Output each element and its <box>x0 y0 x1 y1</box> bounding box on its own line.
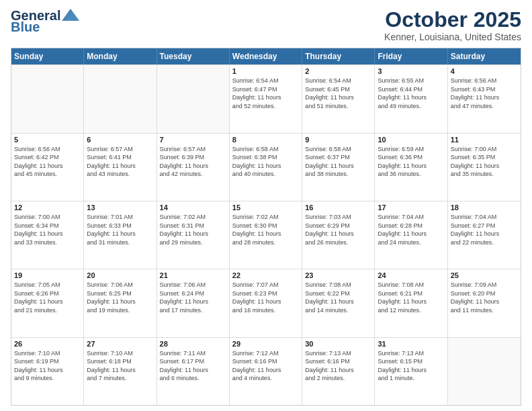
day-info-7: Sunrise: 6:57 AM Sunset: 6:39 PM Dayligh… <box>160 145 226 179</box>
calendar-row-0: 1Sunrise: 6:54 AM Sunset: 6:47 PM Daylig… <box>11 64 521 132</box>
day-info-5: Sunrise: 6:56 AM Sunset: 6:42 PM Dayligh… <box>14 145 81 179</box>
day-number-12: 12 <box>14 203 81 212</box>
day-number-30: 30 <box>305 340 371 348</box>
day-cell-9: 9Sunrise: 6:58 AM Sunset: 6:37 PM Daylig… <box>302 134 375 201</box>
header-tuesday: Tuesday <box>157 48 230 64</box>
logo-icon <box>62 9 79 21</box>
day-cell-16: 16Sunrise: 7:03 AM Sunset: 6:29 PM Dayli… <box>302 201 375 269</box>
calendar-body: 1Sunrise: 6:54 AM Sunset: 6:47 PM Daylig… <box>11 64 521 405</box>
day-number-18: 18 <box>451 203 518 212</box>
day-number-6: 6 <box>87 136 153 144</box>
day-info-6: Sunrise: 6:57 AM Sunset: 6:41 PM Dayligh… <box>87 145 153 179</box>
calendar-header: Sunday Monday Tuesday Wednesday Thursday… <box>11 48 521 64</box>
logo-blue-text: Blue <box>11 19 40 35</box>
day-cell-8: 8Sunrise: 6:58 AM Sunset: 6:38 PM Daylig… <box>230 134 302 201</box>
day-info-26: Sunrise: 7:10 AM Sunset: 6:19 PM Dayligh… <box>14 349 81 383</box>
day-number-3: 3 <box>378 67 444 75</box>
day-cell-30: 30Sunrise: 7:13 AM Sunset: 6:16 PM Dayli… <box>302 338 375 405</box>
day-number-13: 13 <box>87 203 153 212</box>
day-info-27: Sunrise: 7:10 AM Sunset: 6:18 PM Dayligh… <box>87 349 153 383</box>
calendar-row-1: 5Sunrise: 6:56 AM Sunset: 6:42 PM Daylig… <box>11 133 521 201</box>
day-info-1: Sunrise: 6:54 AM Sunset: 6:47 PM Dayligh… <box>232 77 299 110</box>
header-saturday: Saturday <box>448 48 521 64</box>
day-cell-15: 15Sunrise: 7:02 AM Sunset: 6:30 PM Dayli… <box>230 201 302 269</box>
calendar-title: October 2025 <box>384 8 521 32</box>
day-cell-6: 6Sunrise: 6:57 AM Sunset: 6:41 PM Daylig… <box>84 134 157 201</box>
day-info-25: Sunrise: 7:09 AM Sunset: 6:20 PM Dayligh… <box>451 281 518 314</box>
day-cell-31: 31Sunrise: 7:13 AM Sunset: 6:15 PM Dayli… <box>375 338 447 405</box>
day-number-26: 26 <box>14 340 81 348</box>
day-number-14: 14 <box>160 203 226 212</box>
day-cell-21: 21Sunrise: 7:06 AM Sunset: 6:24 PM Dayli… <box>157 269 230 336</box>
day-cell-19: 19Sunrise: 7:05 AM Sunset: 6:26 PM Dayli… <box>11 269 84 336</box>
logo: General Blue <box>11 8 79 35</box>
day-number-22: 22 <box>232 271 299 279</box>
title-block: October 2025 Kenner, Louisiana, United S… <box>384 8 521 42</box>
day-number-31: 31 <box>378 340 444 348</box>
day-number-2: 2 <box>305 67 371 75</box>
day-cell-12: 12Sunrise: 7:00 AM Sunset: 6:34 PM Dayli… <box>11 201 84 269</box>
empty-cell <box>11 65 84 132</box>
day-cell-4: 4Sunrise: 6:56 AM Sunset: 6:43 PM Daylig… <box>448 65 521 132</box>
day-info-17: Sunrise: 7:04 AM Sunset: 6:28 PM Dayligh… <box>378 213 444 246</box>
day-info-13: Sunrise: 7:01 AM Sunset: 6:33 PM Dayligh… <box>87 213 153 246</box>
day-info-31: Sunrise: 7:13 AM Sunset: 6:15 PM Dayligh… <box>378 349 444 383</box>
day-info-22: Sunrise: 7:07 AM Sunset: 6:23 PM Dayligh… <box>232 281 299 314</box>
day-number-9: 9 <box>305 136 371 144</box>
day-number-29: 29 <box>232 340 299 348</box>
day-cell-20: 20Sunrise: 7:06 AM Sunset: 6:25 PM Dayli… <box>84 269 157 336</box>
day-cell-23: 23Sunrise: 7:08 AM Sunset: 6:22 PM Dayli… <box>302 269 375 336</box>
day-cell-18: 18Sunrise: 7:04 AM Sunset: 6:27 PM Dayli… <box>448 201 521 269</box>
day-number-24: 24 <box>378 271 444 279</box>
day-number-8: 8 <box>232 136 299 144</box>
day-number-1: 1 <box>232 67 299 75</box>
day-number-17: 17 <box>378 203 444 212</box>
calendar-row-2: 12Sunrise: 7:00 AM Sunset: 6:34 PM Dayli… <box>11 201 521 269</box>
day-number-21: 21 <box>160 271 226 279</box>
day-number-7: 7 <box>160 136 226 144</box>
day-number-5: 5 <box>14 136 81 144</box>
day-number-25: 25 <box>451 271 518 279</box>
day-number-27: 27 <box>87 340 153 348</box>
day-number-4: 4 <box>451 67 518 75</box>
day-info-10: Sunrise: 6:59 AM Sunset: 6:36 PM Dayligh… <box>378 145 444 179</box>
day-number-23: 23 <box>305 271 371 279</box>
day-info-12: Sunrise: 7:00 AM Sunset: 6:34 PM Dayligh… <box>14 213 81 246</box>
day-cell-14: 14Sunrise: 7:02 AM Sunset: 6:31 PM Dayli… <box>157 201 230 269</box>
day-info-15: Sunrise: 7:02 AM Sunset: 6:30 PM Dayligh… <box>232 213 299 246</box>
day-info-24: Sunrise: 7:08 AM Sunset: 6:21 PM Dayligh… <box>378 281 444 314</box>
day-cell-24: 24Sunrise: 7:08 AM Sunset: 6:21 PM Dayli… <box>375 269 447 336</box>
day-cell-26: 26Sunrise: 7:10 AM Sunset: 6:19 PM Dayli… <box>11 338 84 405</box>
day-number-28: 28 <box>160 340 226 348</box>
calendar-subtitle: Kenner, Louisiana, United States <box>384 32 521 42</box>
day-cell-27: 27Sunrise: 7:10 AM Sunset: 6:18 PM Dayli… <box>84 338 157 405</box>
header-sunday: Sunday <box>11 48 84 64</box>
day-cell-25: 25Sunrise: 7:09 AM Sunset: 6:20 PM Dayli… <box>448 269 521 336</box>
day-number-19: 19 <box>14 271 81 279</box>
day-info-3: Sunrise: 6:55 AM Sunset: 6:44 PM Dayligh… <box>378 77 444 110</box>
day-info-11: Sunrise: 7:00 AM Sunset: 6:35 PM Dayligh… <box>451 145 518 179</box>
day-info-30: Sunrise: 7:13 AM Sunset: 6:16 PM Dayligh… <box>305 349 371 383</box>
day-cell-10: 10Sunrise: 6:59 AM Sunset: 6:36 PM Dayli… <box>375 134 447 201</box>
day-info-19: Sunrise: 7:05 AM Sunset: 6:26 PM Dayligh… <box>14 281 81 314</box>
day-info-14: Sunrise: 7:02 AM Sunset: 6:31 PM Dayligh… <box>160 213 226 246</box>
day-info-2: Sunrise: 6:54 AM Sunset: 6:45 PM Dayligh… <box>305 77 371 110</box>
calendar: Sunday Monday Tuesday Wednesday Thursday… <box>11 48 521 406</box>
day-cell-29: 29Sunrise: 7:12 AM Sunset: 6:16 PM Dayli… <box>230 338 302 405</box>
day-number-11: 11 <box>451 136 518 144</box>
header-wednesday: Wednesday <box>230 48 302 64</box>
header-thursday: Thursday <box>302 48 375 64</box>
day-cell-13: 13Sunrise: 7:01 AM Sunset: 6:33 PM Dayli… <box>84 201 157 269</box>
empty-cell <box>157 65 230 132</box>
day-number-16: 16 <box>305 203 371 212</box>
day-cell-17: 17Sunrise: 7:04 AM Sunset: 6:28 PM Dayli… <box>375 201 447 269</box>
calendar-row-4: 26Sunrise: 7:10 AM Sunset: 6:19 PM Dayli… <box>11 337 521 405</box>
page: General Blue October 2025 Kenner, Louisi… <box>0 0 532 411</box>
header: General Blue October 2025 Kenner, Louisi… <box>11 8 521 42</box>
day-info-9: Sunrise: 6:58 AM Sunset: 6:37 PM Dayligh… <box>305 145 371 179</box>
day-cell-7: 7Sunrise: 6:57 AM Sunset: 6:39 PM Daylig… <box>157 134 230 201</box>
day-number-20: 20 <box>87 271 153 279</box>
day-cell-5: 5Sunrise: 6:56 AM Sunset: 6:42 PM Daylig… <box>11 134 84 201</box>
day-info-18: Sunrise: 7:04 AM Sunset: 6:27 PM Dayligh… <box>451 213 518 246</box>
calendar-row-3: 19Sunrise: 7:05 AM Sunset: 6:26 PM Dayli… <box>11 269 521 336</box>
